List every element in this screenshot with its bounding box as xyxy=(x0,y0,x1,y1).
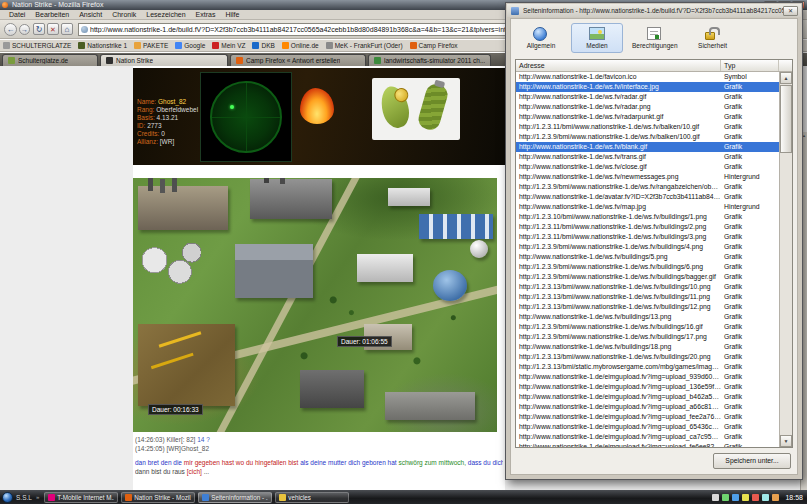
media-row[interactable]: http://www.nationstrike-1.de/eimgupload.… xyxy=(516,402,779,412)
quick-launch-overflow-icon[interactable]: » xyxy=(36,494,39,500)
browser-tab[interactable]: Nation Strike xyxy=(100,54,228,66)
map-building[interactable] xyxy=(419,214,493,239)
game-map[interactable]: Dauer: 01:06:55 Dauer: 00:16:33 xyxy=(133,178,497,432)
taskbar-button[interactable]: Nation Strike - Mozil... xyxy=(121,492,195,503)
bookmark-item[interactable]: Online.de xyxy=(282,42,319,49)
media-row[interactable]: http://1.2.3.9/bmi/www.nationstrike-1.de… xyxy=(516,242,779,252)
scroll-up-icon[interactable]: ▲ xyxy=(780,72,792,84)
stop-button[interactable]: ✕ xyxy=(47,23,59,35)
media-row[interactable]: http://www.nationstrike-1.de/eimgupload.… xyxy=(516,422,779,432)
media-row[interactable]: http://www.nationstrike-1.de/ws.fv/radar… xyxy=(516,92,779,102)
media-row[interactable]: http://www.nationstrike-1.de/eimgupload.… xyxy=(516,432,779,442)
save-as-button[interactable]: Speichern unter... xyxy=(713,453,791,469)
media-row[interactable]: http://1.2.3.9/bmi/www.nationstrike-1.de… xyxy=(516,332,779,342)
tray-icon-2[interactable] xyxy=(722,494,729,501)
tab-medien[interactable]: Medien xyxy=(571,23,623,53)
tray-icon-3[interactable] xyxy=(732,494,739,501)
media-row[interactable]: http://www.nationstrike-1.de/ws.fv/trans… xyxy=(516,152,779,162)
scroll-down-icon[interactable]: ▼ xyxy=(780,435,792,447)
bookmark-item[interactable]: DKB xyxy=(252,42,274,49)
media-row[interactable]: http://1.2.3.13/bmi/www.nationstrike-1.d… xyxy=(516,352,779,362)
media-row[interactable]: http://1.2.3.9/bmi/www.nationstrike-1.de… xyxy=(516,182,779,192)
media-row[interactable]: http://www.nationstrike-1.de/avatar.fv?I… xyxy=(516,192,779,202)
media-row[interactable]: http://1.2.3.9/bmi/www.nationstrike-1.de… xyxy=(516,322,779,332)
map-building[interactable] xyxy=(388,188,430,206)
media-row[interactable]: http://www.nationstrike-1.de/ws.fv/map.j… xyxy=(516,202,779,212)
tray-icon-5[interactable] xyxy=(752,494,759,501)
media-row[interactable]: http://www.nationstrike-1.de/ws.fv/build… xyxy=(516,312,779,322)
map-building[interactable] xyxy=(138,186,228,230)
media-row[interactable]: http://1.2.3.9/bmi/www.nationstrike-1.de… xyxy=(516,272,779,282)
media-row[interactable]: http://1.2.3.13/bmi/www.nationstrike-1.d… xyxy=(516,282,779,292)
table-scrollbar[interactable]: ▲ ▼ xyxy=(779,72,792,447)
browser-tab[interactable]: Camp Firefox « Antwort erstellen xyxy=(230,54,366,66)
media-row[interactable]: http://www.nationstrike-1.de/eimgupload.… xyxy=(516,372,779,382)
map-building[interactable] xyxy=(250,179,332,219)
media-row[interactable]: http://www.nationstrike-1.de/eimgupload.… xyxy=(516,382,779,392)
media-row[interactable]: http://www.nationstrike-1.de/ws.fv/blank… xyxy=(516,142,779,152)
map-building[interactable] xyxy=(433,270,467,301)
bookmark-item[interactable]: PAKETE xyxy=(134,42,168,49)
tray-icon-1[interactable] xyxy=(712,494,719,501)
column-header-typ[interactable]: Typ xyxy=(721,60,779,71)
media-row[interactable]: http://www.nationstrike-1.de/favicon.ico… xyxy=(516,72,779,82)
radar-panel[interactable] xyxy=(200,72,292,162)
taskbar-button[interactable]: Seiteninformation - ... xyxy=(198,492,272,503)
reload-button[interactable]: ↻ xyxy=(33,23,45,35)
menu-item[interactable]: Extras xyxy=(191,11,221,18)
media-row[interactable]: http://1.2.3.11/bmi/www.nationstrike-1.d… xyxy=(516,232,779,242)
media-row[interactable]: http://www.nationstrike-1.de/eimgupload.… xyxy=(516,442,779,447)
quick-launch-label[interactable]: S.S.L xyxy=(16,494,32,501)
media-row[interactable]: http://1.2.3.11/bmi/www.nationstrike-1.d… xyxy=(516,222,779,232)
media-row[interactable]: http://1.2.3.11/bmi/www.nationstrike-1.d… xyxy=(516,122,779,132)
media-row[interactable]: http://www.nationstrike-1.de/eimgupload.… xyxy=(516,392,779,402)
start-button-icon[interactable] xyxy=(2,492,13,503)
media-row[interactable]: http://1.2.3.9/bmi/www.nationstrike-1.de… xyxy=(516,132,779,142)
media-row[interactable]: http://www.nationstrike-1.de/ws.fv/inter… xyxy=(516,82,779,92)
media-row[interactable]: http://www.nationstrike-1.de/ws.fv/build… xyxy=(516,252,779,262)
tab-sicherheit[interactable]: Sicherheit xyxy=(687,23,739,53)
forward-button[interactable]: → xyxy=(19,24,30,35)
taskbar-button[interactable]: T-Mobile Internet M... xyxy=(44,492,118,503)
media-row[interactable]: http://www.nationstrike-1.de/ws.fv/close… xyxy=(516,162,779,172)
browser-tab[interactable]: Schulterglatze.de xyxy=(2,54,98,66)
menu-item[interactable]: Hilfe xyxy=(220,11,244,18)
map-construction-site[interactable] xyxy=(138,324,235,406)
back-button[interactable]: ← xyxy=(4,23,17,36)
menu-item[interactable]: Ansicht xyxy=(74,11,107,18)
map-building[interactable] xyxy=(385,392,475,420)
map-building[interactable] xyxy=(300,370,364,408)
browser-tab[interactable]: landwirtschafts-simulator 2011 ch... xyxy=(368,54,491,66)
bookmark-item[interactable]: MeK - FrankFurt (Oder) xyxy=(326,42,403,49)
taskbar-button[interactable]: vehicles xyxy=(275,492,349,503)
media-row[interactable]: http://1.2.3.9/bmi/www.nationstrike-1.de… xyxy=(516,262,779,272)
menu-item[interactable]: Lesezeichen xyxy=(141,11,190,18)
bookmark-item[interactable]: Nationstrike 1 xyxy=(78,42,127,49)
media-row[interactable]: http://1.2.3.10/bmi/www.nationstrike-1.d… xyxy=(516,212,779,222)
media-row[interactable]: http://www.nationstrike-1.de/ws.fv/build… xyxy=(516,342,779,352)
menu-item[interactable]: Chronik xyxy=(107,11,141,18)
map-building[interactable] xyxy=(470,240,488,258)
tab-allgemein[interactable]: Allgemein xyxy=(515,23,567,53)
tab-berechtigungen[interactable]: Berechtigungen xyxy=(627,23,683,53)
taskbar-clock[interactable]: 18:58 xyxy=(785,494,803,501)
media-row[interactable]: http://1.2.3.13/bmi/www.nationstrike-1.d… xyxy=(516,292,779,302)
media-row[interactable]: http://www.nationstrike-1.de/eimgupload.… xyxy=(516,412,779,422)
tray-icon-7[interactable] xyxy=(772,494,779,501)
bookmark-item[interactable]: SCHULTERGLATZE xyxy=(3,42,71,49)
scrollbar-thumb[interactable] xyxy=(780,85,792,153)
tray-icon-4[interactable] xyxy=(742,494,749,501)
bookmark-item[interactable]: Mein VZ xyxy=(212,42,245,49)
dialog-close-button[interactable]: ✕ xyxy=(783,6,798,16)
media-row[interactable]: http://www.nationstrike-1.de/ws.fv/radar… xyxy=(516,102,779,112)
map-building[interactable] xyxy=(139,242,201,290)
bookmark-item[interactable]: Google xyxy=(175,42,205,49)
menu-item[interactable]: Datei xyxy=(4,11,30,18)
media-row[interactable]: http://1.2.3.13/bmi/static.mybrowsergame… xyxy=(516,362,779,372)
dialog-titlebar[interactable]: Seiteninformation - http://www.nationstr… xyxy=(507,4,801,17)
media-list[interactable]: http://www.nationstrike-1.de/favicon.ico… xyxy=(516,72,779,447)
tray-icon-6[interactable] xyxy=(762,494,769,501)
map-building[interactable] xyxy=(357,254,413,282)
media-row[interactable]: http://www.nationstrike-1.de/ws.fv/newme… xyxy=(516,172,779,182)
menu-item[interactable]: Bearbeiten xyxy=(30,11,74,18)
